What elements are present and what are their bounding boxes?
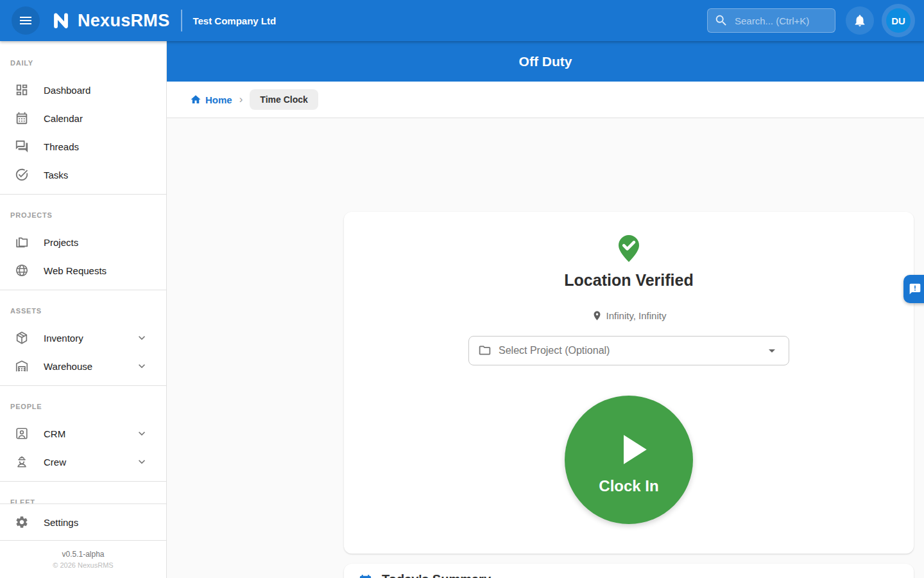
sidebar-divider [0,290,166,290]
chevron-down-icon [135,455,148,468]
sidebar-item-dashboard[interactable]: Dashboard [0,76,166,104]
chevron-down-icon [135,427,148,440]
chevron-down-icon [135,331,148,344]
sidebar-divider [0,385,166,386]
calendar-icon [15,111,29,125]
folder-icon [478,344,492,357]
time-clock-card: Location Verified Infinity, Infinity Sel… [344,212,914,554]
sidebar-item-calendar[interactable]: Calendar [0,104,166,132]
sidebar-item-crm[interactable]: CRM [0,419,166,448]
sidebar-item-label: Settings [44,517,78,528]
sidebar-item-tasks[interactable]: Tasks [0,161,166,189]
bell-icon [853,13,867,28]
crm-icon [15,426,29,441]
sidebar-item-settings[interactable]: Settings [0,504,166,540]
section-label-assets: ASSETS [0,295,166,324]
crew-icon [15,455,29,469]
sidebar-settings-panel: Settings [0,504,166,540]
sidebar-item-label: Warehouse [44,361,92,372]
sidebar-divider [0,194,166,195]
app-version: v0.5.1-alpha [62,550,104,559]
header-divider [181,10,182,31]
location-coordinates: Infinity, Infinity [592,310,667,321]
location-pin-icon [592,310,603,321]
location-text: Infinity, Infinity [606,310,667,321]
section-label-projects: PROJECTS [0,200,166,228]
gear-icon [15,515,29,529]
menu-toggle-button[interactable] [12,6,40,35]
brand[interactable]: NexusRMS [50,10,169,31]
top-app-bar: NexusRMS Test Company Ltd DU [0,0,924,41]
sidebar-item-label: Projects [44,237,78,248]
hamburger-icon [18,13,33,28]
breadcrumb-home-link[interactable]: Home [190,94,232,105]
breadcrumb: Home › Time Clock [167,82,924,118]
sidebar-item-projects[interactable]: Projects [0,228,166,256]
global-search[interactable] [707,8,835,33]
sidebar-item-label: Crew [44,457,66,468]
projects-icon [15,235,29,249]
sidebar-footer: v0.5.1-alpha © 2026 NexusRMS [0,540,166,578]
section-label-daily: DAILY [0,48,166,76]
copyright: © 2026 NexusRMS [53,561,113,569]
breadcrumb-home-label: Home [205,94,232,105]
company-name: Test Company Ltd [193,15,276,26]
clock-in-button[interactable]: Clock In [565,396,693,524]
sidebar-nav: DAILY Dashboard Calendar Threads Tasks [0,41,166,504]
globe-icon [15,263,29,277]
project-select[interactable]: Select Project (Optional) [468,336,789,365]
todays-summary-card: Today's Summary [344,564,914,578]
location-verified-pin-icon [613,233,644,264]
dropdown-caret-icon [764,343,780,358]
brand-name: NexusRMS [78,11,169,31]
location-status-title: Location Verified [564,271,693,290]
sidebar-item-inventory[interactable]: Inventory [0,324,166,352]
page-content: Location Verified Infinity, Infinity Sel… [167,118,924,578]
sidebar-item-label: Inventory [44,333,83,344]
main-content: Off Duty Home › Time Clock Location Veri… [167,41,924,578]
nexus-logo-icon [50,10,72,31]
section-label-people: PEOPLE [0,391,166,419]
duty-status-banner: Off Duty [167,41,924,82]
clock-in-label: Clock In [599,477,658,495]
feedback-chat-icon [909,283,921,295]
sidebar-item-web-requests[interactable]: Web Requests [0,256,166,285]
sidebar-item-crew[interactable]: Crew [0,448,166,476]
sidebar-item-threads[interactable]: Threads [0,132,166,161]
user-menu-button[interactable]: DU [882,4,915,37]
inventory-icon [15,331,29,345]
breadcrumb-current: Time Clock [250,89,318,110]
sidebar-item-label: Tasks [44,170,68,180]
project-select-placeholder: Select Project (Optional) [499,345,610,356]
sidebar-item-label: Dashboard [44,85,90,96]
play-icon [607,425,657,475]
summary-title: Today's Summary [382,572,491,578]
sidebar-item-warehouse[interactable]: Warehouse [0,352,166,380]
home-icon [190,94,201,105]
section-label-fleet: FLEET [0,487,166,504]
sidebar-item-label: Calendar [44,113,83,124]
sidebar-item-label: Threads [44,141,79,152]
avatar: DU [886,8,911,33]
summary-calendar-icon [358,574,373,578]
chevron-down-icon [135,360,148,372]
search-input[interactable] [733,15,823,27]
tasks-icon [15,168,29,182]
threads-icon [15,139,29,153]
search-icon [714,13,728,28]
notifications-button[interactable] [846,6,874,35]
sidebar: DAILY Dashboard Calendar Threads Tasks [0,41,167,578]
warehouse-icon [15,359,29,373]
sidebar-divider [0,481,166,482]
sidebar-item-label: Web Requests [44,265,107,276]
feedback-button[interactable] [903,275,924,303]
breadcrumb-separator: › [239,93,243,106]
dashboard-icon [15,83,29,97]
sidebar-item-label: CRM [44,428,65,439]
